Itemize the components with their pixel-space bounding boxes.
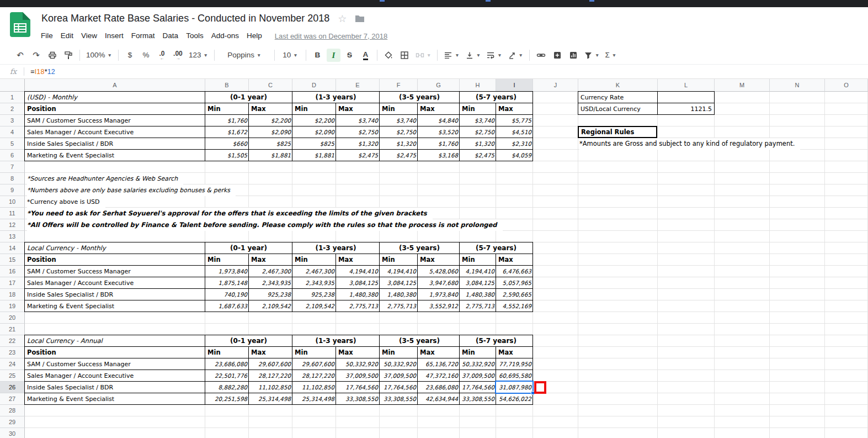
year-group-header[interactable]: (3-5 years): [380, 242, 460, 254]
year-group-header[interactable]: (3-5 years): [380, 92, 460, 103]
column-header-A[interactable]: A: [25, 79, 205, 92]
value-cell[interactable]: 2,590,665: [496, 289, 533, 300]
value-cell[interactable]: 37,009,500: [460, 370, 496, 382]
value-cell[interactable]: 11,102,850: [292, 382, 336, 393]
move-to-folder-icon[interactable]: [355, 15, 365, 23]
redo-button[interactable]: ↷: [29, 49, 43, 62]
value-cell[interactable]: 65,136,720: [418, 358, 460, 370]
minmax-header-cell[interactable]: Max: [418, 254, 460, 266]
minmax-header-cell[interactable]: Min: [205, 254, 249, 266]
position-header-cell[interactable]: Position: [25, 254, 205, 266]
text-color-button[interactable]: A: [359, 49, 372, 62]
document-title[interactable]: Korea Market Rate Base Salaries - Conduc…: [41, 13, 329, 24]
menu-format[interactable]: Format: [127, 29, 159, 43]
value-cell[interactable]: 4,194,410: [336, 266, 380, 277]
star-icon[interactable]: ☆: [338, 14, 347, 24]
value-cell[interactable]: $1,320: [460, 138, 496, 150]
year-group-header[interactable]: (0-1 year): [205, 335, 292, 347]
row-header-15[interactable]: 15: [0, 254, 25, 266]
value-cell[interactable]: 8,882,280: [205, 382, 249, 393]
position-cell[interactable]: Inside Sales Specialist / BDR: [25, 289, 205, 300]
row-header-29[interactable]: 29: [0, 416, 25, 428]
insert-comment-icon[interactable]: [550, 49, 564, 62]
minmax-header-cell[interactable]: Max: [336, 347, 380, 358]
minmax-header-cell[interactable]: Min: [292, 103, 336, 115]
value-cell[interactable]: $1,760: [418, 138, 460, 150]
value-cell[interactable]: 2,775,713: [380, 300, 418, 312]
note-row-9[interactable]: *Numbers above are only base salaries ex…: [27, 184, 236, 196]
note-row-11[interactable]: *You need to ask for Serhat Soyuerel's a…: [27, 208, 433, 219]
minmax-header-cell[interactable]: Max: [249, 347, 292, 358]
note-row-10[interactable]: *Currency above is USD: [27, 196, 105, 208]
column-header-O[interactable]: O: [825, 79, 868, 92]
value-cell[interactable]: $2,750: [460, 126, 496, 138]
minmax-header-cell[interactable]: Max: [336, 103, 380, 115]
value-cell[interactable]: 28,127,220: [249, 370, 292, 382]
minmax-header-cell[interactable]: Min: [460, 347, 496, 358]
value-cell[interactable]: 17,764,560: [380, 382, 418, 393]
value-cell[interactable]: 47,372,160: [418, 370, 460, 382]
minmax-header-cell[interactable]: Min: [460, 254, 496, 266]
value-cell[interactable]: 2,467,300: [292, 266, 336, 277]
position-cell[interactable]: Marketing & Event Specialist: [25, 300, 205, 312]
increase-decimal-places-button[interactable]: .00→: [171, 49, 185, 62]
row-header-19[interactable]: 19: [0, 300, 25, 312]
row-header-1[interactable]: 1: [0, 92, 25, 103]
menu-tools[interactable]: Tools: [182, 29, 207, 43]
value-cell[interactable]: 3,947,680: [418, 277, 460, 289]
value-cell[interactable]: 17,764,560: [336, 382, 380, 393]
value-cell[interactable]: 4,552,169: [496, 300, 533, 312]
column-header-E[interactable]: E: [336, 79, 380, 92]
value-cell[interactable]: $1,881: [249, 150, 292, 161]
value-cell[interactable]: $3,740: [336, 115, 380, 126]
position-header-cell[interactable]: Position: [25, 347, 205, 358]
minmax-header-cell[interactable]: Max: [418, 103, 460, 115]
value-cell[interactable]: $825: [249, 138, 292, 150]
position-cell[interactable]: Marketing & Event Specialist: [25, 150, 205, 161]
value-cell[interactable]: 1,973,840: [418, 289, 460, 300]
column-header-F[interactable]: F: [380, 79, 418, 92]
currency-rate-label-cell[interactable]: Currency Rate: [578, 92, 658, 103]
row-header-10[interactable]: 10: [0, 196, 25, 208]
minmax-header-cell[interactable]: Max: [249, 254, 292, 266]
value-cell[interactable]: 22,501,776: [205, 370, 249, 382]
minmax-header-cell[interactable]: Min: [205, 103, 249, 115]
row-header-16[interactable]: 16: [0, 266, 25, 277]
value-cell[interactable]: $4,840: [418, 115, 460, 126]
value-cell[interactable]: 5,057,965: [496, 277, 533, 289]
year-group-header[interactable]: (3-5 years): [380, 335, 460, 347]
value-cell[interactable]: 50,332,920: [460, 358, 496, 370]
regional-rules-box[interactable]: Regional Rules: [578, 126, 657, 138]
text-wrapping-icon[interactable]: ▼: [484, 49, 503, 62]
value-cell[interactable]: $2,475: [460, 150, 496, 161]
minmax-header-cell[interactable]: Min: [380, 103, 418, 115]
minmax-header-cell[interactable]: Min: [292, 254, 336, 266]
year-group-header[interactable]: (0-1 year): [205, 92, 292, 103]
value-cell[interactable]: $2,310: [496, 138, 533, 150]
value-cell[interactable]: $2,475: [380, 150, 418, 161]
value-cell[interactable]: 1,480,380: [380, 289, 418, 300]
row-header-18[interactable]: 18: [0, 289, 25, 300]
formula-input[interactable]: =I18*12: [30, 68, 361, 76]
minmax-header-cell[interactable]: Min: [205, 347, 249, 358]
insert-link-icon[interactable]: [534, 49, 548, 62]
value-cell[interactable]: $1,672: [205, 126, 249, 138]
position-cell[interactable]: Marketing & Event Specialist: [25, 393, 205, 405]
value-cell[interactable]: $1,320: [336, 138, 380, 150]
value-cell[interactable]: 31,087,980: [496, 382, 533, 393]
row-header-21[interactable]: 21: [0, 324, 25, 335]
value-cell[interactable]: $2,200: [292, 115, 336, 126]
table-title-cell[interactable]: (USD) - Monthly: [25, 92, 205, 103]
row-header-9[interactable]: 9: [0, 184, 25, 196]
text-rotation-icon[interactable]: ▼: [506, 49, 525, 62]
bold-button[interactable]: B: [311, 49, 324, 62]
menu-addons[interactable]: Add-ons: [207, 29, 243, 43]
row-header-2[interactable]: 2: [0, 103, 25, 115]
column-header-H[interactable]: H: [460, 79, 496, 92]
position-cell[interactable]: SAM / Customer Success Manager: [25, 115, 205, 126]
column-header-N[interactable]: N: [770, 79, 825, 92]
borders-icon[interactable]: [398, 49, 412, 62]
sheets-logo-icon[interactable]: [10, 12, 30, 39]
column-header-K[interactable]: K: [578, 79, 658, 92]
value-cell[interactable]: 1,973,840: [205, 266, 249, 277]
